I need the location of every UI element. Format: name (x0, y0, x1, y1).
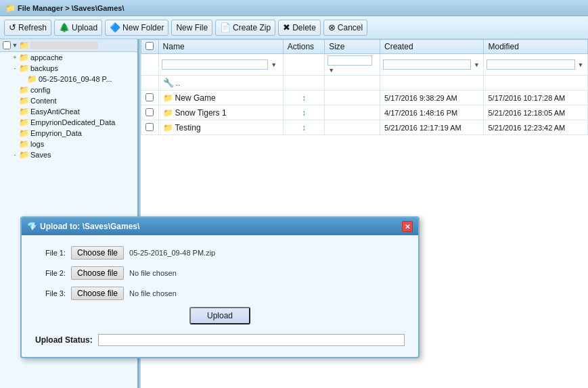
label-empyrion-dedicated: EmpyrionDedicated_Data (30, 118, 115, 126)
dialog-upload-button[interactable]: Upload (189, 307, 250, 324)
row1-action-icon[interactable]: ↕ (302, 93, 306, 103)
root-label (30, 41, 98, 49)
new-folder-button[interactable]: 🔷 New Folder (105, 20, 168, 36)
toggle-appcache[interactable]: + (11, 53, 19, 62)
root-checkbox[interactable] (3, 41, 11, 49)
row3-created: 5/21/2016 12:17:19 AM (380, 120, 484, 135)
row3-actions[interactable]: ↕ (283, 120, 324, 135)
dialog-title-icon: 💎 (27, 222, 37, 231)
dialog-title-left: 💎 Upload to: \Saves\Games\ (27, 222, 139, 231)
row3-checkbox[interactable] (145, 123, 154, 131)
label-saves: Saves (30, 151, 51, 159)
title-bar: 📁 File Manager > \Saves\Games\ (0, 0, 588, 16)
upload-dialog: 💎 Upload to: \Saves\Games\ ✕ File 1: Cho… (20, 216, 420, 358)
dialog-title-text: Upload to: \Saves\Games\ (40, 222, 139, 231)
label-backups: backups (30, 64, 58, 72)
dialog-close-button[interactable]: ✕ (402, 221, 413, 232)
file1-label: File 1: (35, 249, 66, 257)
row1-created: 5/17/2016 9:38:29 AM (380, 91, 484, 105)
filter-modified-btn[interactable]: ▼ (577, 62, 585, 68)
label-logs: logs (30, 140, 44, 148)
row2-checkbox[interactable] (145, 108, 154, 116)
filter-created-btn[interactable]: ▼ (473, 62, 480, 68)
back-name[interactable]: 🔧 .. (158, 76, 283, 91)
file3-label: File 3: (35, 289, 66, 297)
table-row: 📁 Testing ↕ 5/21/2016 12:17:19 AM 5/21/2… (141, 120, 588, 135)
row2-action-icon[interactable]: ↕ (302, 108, 306, 118)
root-folder-icon: 📁 (19, 41, 29, 50)
status-label: Upload Status: (35, 335, 93, 345)
row3-name: Testing (175, 123, 201, 132)
row1-modified: 5/17/2016 10:17:28 AM (484, 91, 588, 105)
row1-actions[interactable]: ↕ (283, 91, 324, 105)
row1-folder-icon: 📁 (163, 93, 173, 103)
toggle-saves[interactable]: - (11, 151, 19, 159)
select-all-checkbox[interactable] (145, 42, 154, 50)
upload-button[interactable]: 🌲 Upload (54, 20, 102, 36)
row1-name-cell[interactable]: 📁 New Game (158, 91, 283, 105)
row3-action-icon[interactable]: ↕ (302, 123, 306, 132)
sidebar-item-easyanticheat[interactable]: + 📁 EasyAntiCheat (0, 106, 137, 117)
sidebar-root[interactable]: ▼ 📁 (0, 39, 137, 52)
sidebar-item-backup-date[interactable]: + 📁 05-25-2016_09-48 P... (0, 74, 137, 84)
row2-modified: 5/21/2016 12:18:05 AM (484, 105, 588, 120)
col-created: Created (380, 40, 484, 54)
zip-icon: 📄 (220, 22, 231, 32)
file3-row: File 3: Choose file No file chosen (35, 287, 405, 300)
filter-modified-input[interactable] (487, 59, 574, 70)
filter-name-input[interactable] (162, 59, 269, 70)
back-checkbox (141, 76, 159, 91)
sidebar-item-appcache[interactable]: + 📁 appcache (0, 52, 137, 63)
delete-button[interactable]: ✖ Delete (278, 20, 321, 36)
label-easyanticheat: EasyAntiCheat (30, 107, 80, 116)
file-manager-icon: 📁 (5, 3, 15, 13)
sidebar-item-empyrion-dedicated[interactable]: + 📁 EmpyrionDedicated_Data (0, 117, 137, 128)
cancel-icon: ⊗ (328, 22, 336, 32)
file2-choose-button[interactable]: Choose file (71, 266, 124, 280)
sidebar-item-logs[interactable]: + 📁 logs (0, 139, 137, 149)
filter-size-btn[interactable]: ▼ (327, 67, 335, 74)
toggle-backups[interactable]: - (11, 64, 19, 72)
sidebar-item-content[interactable]: + 📁 Content (0, 95, 137, 106)
col-size: Size (325, 40, 380, 54)
file2-label: File 2: (35, 269, 66, 277)
file3-choose-button[interactable]: Choose file (71, 287, 124, 300)
sidebar-item-config[interactable]: + 📁 config (0, 84, 137, 95)
row1-checkbox[interactable] (145, 93, 154, 101)
upload-btn-row: Upload (35, 307, 405, 324)
row3-name-cell[interactable]: 📁 Testing (158, 120, 283, 135)
file1-row: File 1: Choose file 05-25-2016_09-48 PM.… (35, 246, 405, 260)
row1-checkbox-cell (141, 91, 159, 105)
label-config: config (30, 86, 50, 94)
sidebar-item-saves[interactable]: - 📁 Saves (0, 149, 137, 160)
sidebar-item-empyrion-data[interactable]: + 📁 Empyrion_Data (0, 128, 137, 139)
label-backup-date: 05-25-2016_09-48 P... (39, 75, 112, 83)
refresh-button[interactable]: ↺ Refresh (4, 20, 51, 36)
filter-size-input[interactable] (327, 55, 372, 66)
root-toggle[interactable]: ▼ (11, 41, 19, 49)
dialog-body: File 1: Choose file 05-25-2016_09-48 PM.… (22, 235, 418, 357)
filter-created-input[interactable] (383, 59, 471, 70)
file-table: Name Actions Size Created Modified ▼ (141, 39, 588, 135)
delete-icon: ✖ (283, 22, 290, 32)
status-row: Upload Status: (35, 334, 405, 346)
toolbar: ↺ Refresh 🌲 Upload 🔷 New Folder New File… (0, 16, 588, 39)
sidebar-item-backups[interactable]: - 📁 backups (0, 63, 137, 74)
row2-actions[interactable]: ↕ (283, 105, 324, 120)
file1-choose-button[interactable]: Choose file (71, 246, 124, 260)
create-zip-button[interactable]: 📄 Create Zip (215, 20, 275, 36)
cancel-button[interactable]: ⊗ Cancel (323, 20, 367, 36)
filter-modified-cell: ▼ (484, 54, 588, 76)
row2-folder-icon: 📁 (163, 108, 173, 118)
filter-created-cell: ▼ (380, 54, 484, 76)
row3-checkbox-cell (141, 120, 159, 135)
filter-actions-cell (283, 54, 324, 76)
filter-name-cell: ▼ (158, 54, 283, 76)
filter-name-btn[interactable]: ▼ (270, 62, 277, 68)
title-text: File Manager > \Saves\Games\ (18, 4, 124, 12)
row2-name-cell[interactable]: 📁 Snow Tigers 1 (158, 105, 283, 120)
file2-row: File 2: Choose file No file chosen (35, 266, 405, 280)
upload-status-input[interactable] (98, 334, 405, 346)
new-file-button[interactable]: New File (171, 20, 212, 36)
row1-size (325, 91, 380, 105)
